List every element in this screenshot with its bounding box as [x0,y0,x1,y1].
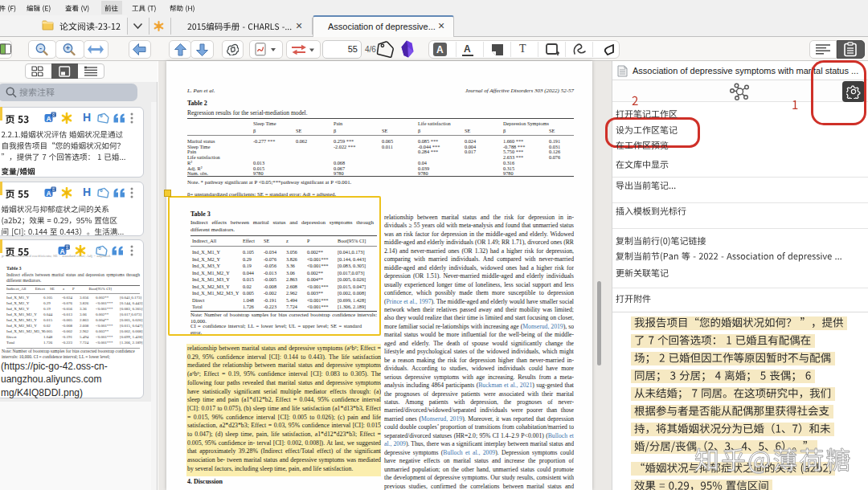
svg-text:+: + [66,44,70,52]
svg-text:-: - [39,44,42,52]
svg-text:A: A [46,115,51,123]
svg-text:A: A [46,190,51,198]
